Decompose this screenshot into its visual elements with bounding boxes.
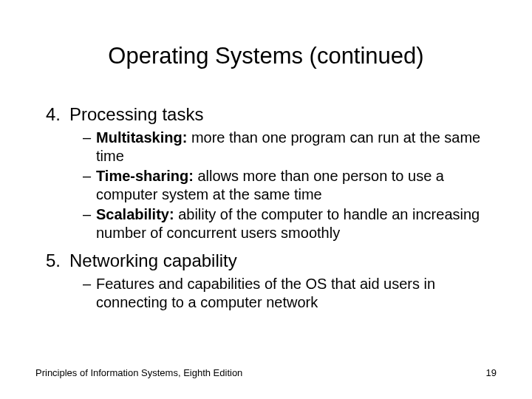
slide-body: 4. Processing tasks – Multitasking: more… [35,103,497,319]
dash-icon: – [83,129,96,166]
sub-item: – Features and capabilities of the OS th… [83,275,497,312]
sub-text: Features and capabilities of the OS that… [96,275,497,312]
sublist: – Multitasking: more than one program ca… [83,129,497,242]
dash-icon: – [83,205,96,242]
sub-item: – Multitasking: more than one program ca… [83,129,497,166]
list-number: 4. [35,103,65,126]
footer-source: Principles of Information Systems, Eight… [35,367,242,378]
list-label: Networking capability [65,250,497,272]
slide: Operating Systems (continued) 4. Process… [0,0,532,399]
dash-icon: – [83,167,96,204]
slide-title: Operating Systems (continued) [0,43,532,69]
sub-item: – Time-sharing: allows more than one per… [83,167,497,204]
page-number: 19 [486,367,497,378]
sub-text: Scalability: ability of the computer to … [96,205,497,242]
sub-text: Multitasking: more than one program can … [96,129,497,166]
sub-item: – Scalability: ability of the computer t… [83,205,497,242]
dash-icon: – [83,275,96,312]
list-label: Processing tasks [65,103,497,126]
list-item: 4. Processing tasks [35,103,497,126]
list-number: 5. [35,250,65,272]
sublist: – Features and capabilities of the OS th… [83,275,497,312]
list-item: 5. Networking capability [35,250,497,272]
sub-text: Time-sharing: allows more than one perso… [96,167,497,204]
